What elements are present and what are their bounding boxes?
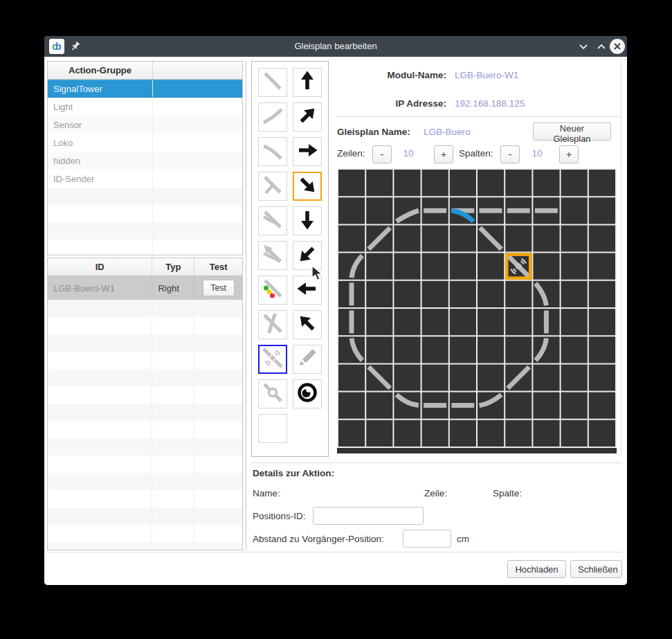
empty-row bbox=[48, 490, 242, 507]
empty-icon bbox=[260, 415, 285, 442]
test-cell: Test bbox=[194, 276, 242, 300]
empty-row bbox=[48, 205, 242, 222]
tool-track-switch-arrow[interactable] bbox=[258, 241, 287, 270]
empty-row bbox=[48, 222, 242, 240]
track-diagonal-icon bbox=[260, 69, 285, 96]
tool-sensor[interactable] bbox=[258, 379, 287, 408]
right-separator bbox=[621, 61, 621, 456]
tool-signal-tower[interactable] bbox=[258, 276, 287, 305]
empty-row bbox=[48, 369, 242, 386]
action-group-row-signaltower[interactable]: SignalTower bbox=[48, 80, 242, 98]
track-switch-b-icon bbox=[260, 207, 285, 235]
close-button[interactable] bbox=[610, 39, 625, 54]
action-group-label: SignalTower bbox=[48, 80, 153, 97]
empty-row bbox=[48, 300, 242, 317]
arrow-down-right-icon bbox=[295, 172, 320, 200]
positions-id-input[interactable] bbox=[313, 507, 424, 525]
action-group-row-id-sender[interactable]: ID-Sender bbox=[48, 170, 242, 188]
maximize-icon[interactable] bbox=[597, 44, 606, 50]
empty-row bbox=[48, 421, 242, 438]
minimize-icon[interactable] bbox=[579, 44, 588, 50]
spalten-value: 10 bbox=[523, 148, 551, 159]
track-plan-canvas[interactable] bbox=[337, 168, 617, 453]
tool-arrow-right[interactable] bbox=[293, 137, 322, 166]
tool-arrow-down-right[interactable] bbox=[293, 172, 322, 201]
action-group-label: Loko bbox=[48, 134, 153, 152]
tool-track-switch-a[interactable] bbox=[258, 172, 287, 201]
action-group-row-hidden[interactable]: hidden bbox=[48, 152, 242, 170]
action-group-label: hidden bbox=[48, 152, 153, 170]
desktop-background: cb Gleisplan bearbeiten bbox=[0, 0, 672, 639]
empty-row bbox=[48, 438, 242, 456]
spalten-minus-button[interactable]: - bbox=[500, 145, 520, 163]
tool-arrow-up[interactable] bbox=[293, 68, 322, 97]
tool-track-curve-up[interactable] bbox=[258, 102, 287, 132]
detail-zeile-label: Zeile: bbox=[424, 488, 447, 498]
abstand-input[interactable] bbox=[403, 530, 451, 548]
arrow-up-right-icon bbox=[295, 103, 320, 131]
track-curve-down-icon bbox=[260, 138, 285, 165]
id-sender-icon bbox=[260, 345, 285, 373]
empty-row bbox=[48, 188, 242, 205]
zeilen-plus-button[interactable]: + bbox=[434, 145, 453, 163]
zeilen-minus-button[interactable]: - bbox=[372, 145, 392, 163]
header-divider bbox=[337, 116, 621, 117]
tool-eye[interactable] bbox=[293, 379, 322, 408]
empty-row bbox=[48, 334, 242, 352]
arrow-up-icon bbox=[295, 69, 320, 96]
gleisplan-name-value: LGB-Buero bbox=[424, 127, 471, 137]
upload-button[interactable]: Hochladen bbox=[507, 560, 566, 578]
titlebar[interactable]: cb Gleisplan bearbeiten bbox=[44, 36, 627, 57]
empty-row bbox=[48, 352, 242, 369]
pencil-icon bbox=[295, 345, 320, 373]
new-gleisplan-button[interactable]: Neuer Gleisplan bbox=[533, 123, 611, 141]
footer-divider bbox=[47, 552, 622, 552]
panel-separator bbox=[246, 61, 246, 550]
arrow-down-icon bbox=[295, 207, 320, 235]
empty-row bbox=[48, 473, 242, 490]
window-title: Gleisplan bearbeiten bbox=[44, 36, 627, 57]
tool-id-sender[interactable] bbox=[258, 345, 287, 374]
action-group-table: Action-GruppeSignalTowerLightSensorLokoh… bbox=[47, 61, 243, 255]
action-group-label: Sensor bbox=[48, 116, 153, 134]
arrow-up-left-icon bbox=[295, 311, 320, 339]
table-header-row: Action-Gruppe bbox=[48, 62, 242, 80]
column-header-empty bbox=[153, 62, 242, 79]
column-header-id: ID bbox=[48, 258, 152, 276]
track-switch-a-icon bbox=[260, 172, 285, 200]
dialog-body: Action-GruppeSignalTowerLightSensorLokoh… bbox=[44, 57, 627, 585]
spalten-plus-button[interactable]: + bbox=[559, 145, 579, 163]
ip-address-label: IP Adresse: bbox=[337, 98, 446, 109]
tool-empty[interactable] bbox=[258, 414, 287, 443]
action-group-row-loko[interactable]: Loko bbox=[48, 134, 242, 152]
close-dialog-button[interactable]: Schließen bbox=[570, 560, 622, 578]
zeilen-label: Zeilen: bbox=[337, 148, 365, 159]
details-divider bbox=[251, 462, 622, 463]
table-header-row: IDTypTest bbox=[48, 258, 242, 276]
gleisplan-name-label: Gleisplan Name: bbox=[337, 127, 410, 137]
tool-arrow-up-right[interactable] bbox=[293, 102, 322, 132]
tool-track-switch-b[interactable] bbox=[258, 206, 287, 235]
abstand-label: Abstand zu Vorgänger-Position: bbox=[253, 534, 384, 544]
action-group-row-light[interactable]: Light bbox=[48, 98, 242, 116]
id-table: IDTypTestLGB-Buero-W1RightTest bbox=[47, 258, 243, 550]
column-header-test: Test bbox=[194, 258, 242, 276]
detail-spalte-label: Spalte: bbox=[493, 488, 522, 498]
test-button[interactable]: Test bbox=[203, 280, 235, 296]
tool-track-curve-down[interactable] bbox=[258, 137, 287, 166]
tool-track-crossing[interactable] bbox=[258, 310, 287, 339]
id-cell: LGB-Buero-W1 bbox=[48, 276, 152, 300]
action-group-label: Light bbox=[48, 98, 153, 116]
zeilen-value: 10 bbox=[394, 148, 422, 159]
id-table-row[interactable]: LGB-Buero-W1RightTest bbox=[48, 276, 242, 300]
detail-name-label: Name: bbox=[253, 488, 280, 498]
tool-track-diagonal[interactable] bbox=[258, 68, 287, 97]
action-group-row-sensor[interactable]: Sensor bbox=[48, 116, 242, 134]
track-crossing-icon bbox=[260, 311, 285, 339]
empty-row bbox=[48, 525, 242, 542]
tool-pencil[interactable] bbox=[293, 345, 322, 374]
tool-arrow-down[interactable] bbox=[293, 206, 322, 235]
empty-row bbox=[48, 317, 242, 334]
tool-arrow-up-left[interactable] bbox=[293, 310, 322, 339]
sensor-icon bbox=[260, 380, 285, 408]
